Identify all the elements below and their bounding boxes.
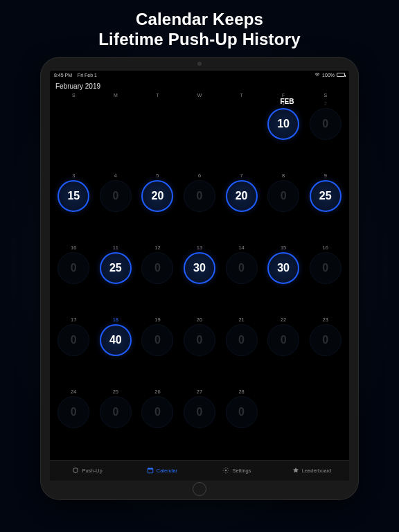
day-number: 25 (113, 389, 118, 395)
tab-label: Push-Up (82, 468, 102, 474)
day-value-circle: 0 (141, 252, 173, 284)
battery-icon (337, 73, 345, 77)
home-button[interactable] (193, 482, 206, 496)
day-number: 9 (324, 172, 327, 179)
day-value-circle: 25 (100, 252, 132, 284)
calendar-cell[interactable]: 1125 (95, 243, 137, 315)
weekday-label: S (53, 93, 95, 98)
app-screen: 8:45 PM Fri Feb 1 100% February 2019 SMT… (50, 71, 349, 481)
day-number: 24 (71, 389, 76, 395)
day-number: 22 (281, 317, 286, 323)
calendar-cell[interactable]: 190 (136, 315, 179, 387)
month-title: February 2019 (50, 78, 349, 93)
day-value-circle: 20 (226, 180, 258, 212)
day-value-circle: 0 (226, 252, 258, 284)
day-value-circle: 0 (184, 396, 215, 428)
calendar-cell[interactable]: 520 (136, 171, 179, 243)
tab-label: Leaderboard (302, 468, 332, 474)
calendar-cell[interactable]: 720 (220, 171, 263, 243)
calendar-cell[interactable]: 170 (53, 315, 95, 387)
settings-icon (222, 467, 229, 474)
day-number: 12 (154, 245, 160, 251)
day-value-circle: 0 (267, 180, 299, 212)
calendar-cell (220, 99, 263, 171)
calendar-cell[interactable]: 230 (304, 315, 346, 387)
day-number: 19 (154, 317, 160, 323)
calendar-cell[interactable]: 110 (263, 99, 305, 171)
day-number: 28 (238, 389, 244, 395)
calendar-icon (147, 467, 154, 474)
month-badge: FEB (280, 98, 294, 105)
tab-label: Calendar (157, 468, 177, 474)
day-value-circle: 0 (57, 324, 89, 356)
calendar-cell[interactable]: 250 (95, 387, 137, 459)
calendar-cell[interactable]: 280 (220, 387, 263, 459)
day-number: 21 (238, 317, 244, 323)
calendar-cell[interactable]: 220 (263, 315, 305, 387)
calendar-cell[interactable]: 1840 (95, 315, 137, 387)
tab-settings[interactable]: Settings (200, 461, 274, 481)
calendar-cell[interactable]: 160 (304, 243, 346, 315)
svg-point-3 (225, 470, 227, 472)
calendar-cell[interactable]: 120 (136, 243, 179, 315)
day-number: 5 (156, 172, 159, 179)
day-value-circle: 30 (184, 252, 215, 284)
tablet-camera (197, 62, 202, 66)
day-value-circle: 0 (100, 396, 132, 428)
calendar-cell[interactable]: 80 (263, 171, 305, 243)
day-value-circle: 0 (184, 180, 215, 212)
weekday-label: M (95, 93, 137, 98)
calendar-grid: 1102031540520607208092510011251201330140… (50, 99, 349, 460)
calendar-cell[interactable]: 270 (179, 387, 221, 459)
weekday-label: T (220, 93, 263, 98)
day-number: 27 (197, 389, 202, 395)
headline-line-2: Lifetime Push-Up History (98, 30, 301, 50)
day-value-circle: 10 (267, 108, 299, 140)
day-number: 3 (72, 172, 75, 179)
day-value-circle: 0 (141, 396, 173, 428)
pushup-icon (72, 467, 79, 474)
day-number: 11 (113, 245, 118, 251)
day-number: 2 (324, 100, 327, 107)
calendar-cell[interactable]: 240 (53, 387, 95, 459)
day-value-circle: 15 (57, 180, 89, 212)
svg-rect-2 (148, 468, 153, 470)
calendar-cell[interactable]: 1330 (179, 243, 221, 315)
tab-leaderboard[interactable]: Leaderboard (274, 461, 349, 481)
day-number: 14 (238, 245, 244, 251)
tab-bar: Push-UpCalendarSettingsLeaderboard (50, 460, 349, 481)
calendar-cell[interactable]: 210 (220, 315, 263, 387)
day-number: 26 (154, 389, 160, 395)
calendar-cell[interactable]: 315 (53, 171, 95, 243)
calendar-cell[interactable]: 100 (53, 243, 95, 315)
calendar-cell[interactable]: 925 (304, 171, 346, 243)
weekday-label: T (136, 93, 179, 98)
day-value-circle: 0 (226, 396, 258, 428)
leaderboard-icon (292, 467, 299, 474)
day-value-circle: 0 (267, 324, 299, 356)
svg-point-0 (73, 468, 78, 473)
tab-calendar[interactable]: Calendar (125, 461, 200, 481)
calendar-cell[interactable]: 260 (136, 387, 179, 459)
day-value-circle: 20 (141, 180, 173, 212)
weekday-label: W (179, 93, 221, 98)
status-bar: 8:45 PM Fri Feb 1 100% (50, 71, 349, 78)
day-number: 16 (323, 245, 328, 251)
calendar-cell[interactable]: 200 (179, 315, 221, 387)
day-value-circle: 0 (100, 180, 132, 212)
day-value-circle: 30 (267, 252, 299, 284)
tab-pushup[interactable]: Push-Up (50, 461, 125, 481)
calendar-cell[interactable]: 20 (304, 99, 346, 171)
status-time: 8:45 PM (54, 73, 72, 78)
wifi-icon (314, 73, 320, 77)
day-number: 10 (71, 245, 76, 251)
day-number: 8 (282, 172, 285, 179)
day-number: 20 (197, 317, 202, 323)
day-number: 15 (281, 245, 286, 251)
calendar-cell (304, 387, 346, 459)
calendar-cell[interactable]: 40 (95, 171, 137, 243)
headline-line-1: Calendar Keeps (98, 10, 301, 30)
calendar-cell[interactable]: 1530 (263, 243, 305, 315)
calendar-cell[interactable]: 140 (220, 243, 263, 315)
calendar-cell[interactable]: 60 (179, 171, 221, 243)
